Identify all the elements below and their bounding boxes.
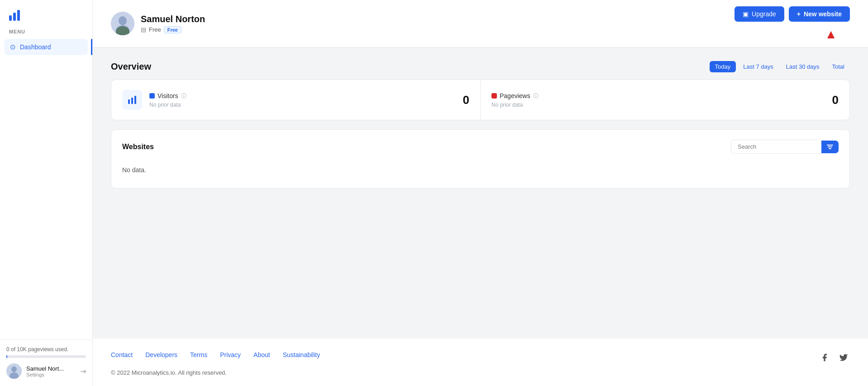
footer-social [818, 351, 850, 364]
stat-label-row-visitors: Visitors ⓘ [149, 92, 456, 100]
stat-card-visitors: Visitors ⓘ No prior data 0 [111, 80, 481, 120]
chart-bar-icon [127, 95, 137, 105]
user-row[interactable]: Samuel Nort... Settings ⇥ [6, 363, 86, 379]
pageviews-value: 0 [832, 93, 839, 107]
user-name: Samuel Nort... [26, 365, 76, 372]
content: Overview Today Last 7 days Last 30 days … [93, 47, 868, 339]
stats-row: Visitors ⓘ No prior data 0 Pageviews ⓘ N… [111, 80, 850, 120]
plus-icon: + [797, 10, 801, 18]
footer-top: Contact Developers Terms Privacy About S… [111, 351, 850, 364]
sidebar-item-wrap-dashboard: ⊙ Dashboard [5, 39, 88, 55]
free-badge: Free [164, 26, 181, 33]
visitors-info-icon[interactable]: ⓘ [181, 92, 186, 100]
search-button[interactable] [821, 141, 839, 153]
visitors-dot [149, 93, 155, 99]
time-filters: Today Last 7 days Last 30 days Total [710, 61, 850, 72]
footer-link-privacy[interactable]: Privacy [220, 351, 241, 358]
plan-label: Free [149, 26, 161, 33]
header-buttons: ▣ Upgrade + New website [734, 6, 850, 22]
overview-header: Overview Today Last 7 days Last 30 days … [111, 61, 850, 72]
header: Samuel Norton ▤ Free Free ▣ Upgrade + Ne… [93, 0, 868, 47]
sidebar-bottom: 0 of 10K pageviews used. Samuel Nort... … [0, 339, 92, 386]
header-user-info: Samuel Norton ▤ Free Free [141, 14, 205, 33]
stat-card-pageviews: Pageviews ⓘ No prior data 0 [481, 80, 849, 120]
svg-rect-9 [134, 96, 136, 104]
stat-icon-wrap-visitors [122, 90, 142, 110]
svg-point-4 [119, 16, 127, 25]
footer-link-about[interactable]: About [253, 351, 270, 358]
sidebar-nav: ⊙ Dashboard [0, 37, 92, 339]
logo-bar-2 [13, 13, 16, 21]
sidebar-item-dashboard[interactable]: ⊙ Dashboard [5, 39, 88, 55]
header-user: Samuel Norton ▤ Free Free [111, 12, 205, 35]
time-filter-total[interactable]: Total [827, 61, 850, 72]
arrow-indicator: ▲ [825, 28, 850, 41]
websites-card: Websites No data. [111, 129, 850, 188]
dashboard-icon: ⊙ [10, 43, 16, 51]
pageviews-label: 0 of 10K pageviews used. [6, 346, 86, 353]
pageviews-dot [491, 93, 497, 99]
footer-link-sustainability[interactable]: Sustainability [283, 351, 320, 358]
main: Samuel Norton ▤ Free Free ▣ Upgrade + Ne… [93, 0, 868, 386]
footer-link-terms[interactable]: Terms [190, 351, 207, 358]
header-avatar [111, 12, 134, 35]
footer-copyright: © 2022 Microanalytics.io. All rights res… [111, 369, 850, 376]
upgrade-label: Upgrade [752, 10, 776, 18]
active-indicator [91, 39, 92, 55]
websites-header: Websites [122, 140, 839, 154]
pageviews-sublabel: No prior data [491, 102, 825, 108]
visitors-label: Visitors [157, 92, 178, 99]
search-input[interactable] [731, 140, 821, 154]
svg-rect-7 [128, 99, 130, 104]
svg-rect-8 [131, 98, 133, 104]
upgrade-icon: ▣ [743, 10, 749, 18]
visitors-value: 0 [463, 93, 469, 107]
facebook-icon[interactable] [818, 351, 831, 364]
time-filter-7days[interactable]: Last 7 days [738, 61, 779, 72]
pageviews-bar-fill [6, 355, 7, 358]
logo-bar-1 [9, 15, 12, 21]
stat-info-pageviews: Pageviews ⓘ No prior data [491, 92, 825, 108]
sidebar-menu-label: MENU [0, 25, 92, 37]
user-info: Samuel Nort... Settings [26, 365, 76, 377]
sidebar-item-label-dashboard: Dashboard [20, 43, 51, 51]
visitors-sublabel: No prior data [149, 102, 456, 108]
user-settings-label: Settings [26, 372, 76, 377]
header-actions: ▣ Upgrade + New website ▲ [734, 6, 850, 41]
pageviews-label: Pageviews [500, 92, 530, 99]
logo-area [0, 0, 92, 25]
avatar [6, 363, 22, 379]
header-user-name: Samuel Norton [141, 14, 205, 24]
plan-icon: ▤ [141, 26, 146, 33]
logo-bar-3 [17, 10, 20, 21]
no-data-label: No data. [122, 162, 839, 178]
websites-title: Websites [122, 143, 154, 151]
time-filter-30days[interactable]: Last 30 days [781, 61, 825, 72]
footer-link-developers[interactable]: Developers [145, 351, 177, 358]
footer-link-contact[interactable]: Contact [111, 351, 133, 358]
new-website-button[interactable]: + New website [789, 6, 850, 22]
red-arrow-icon: ▲ [825, 28, 837, 41]
logo-icon [9, 8, 20, 21]
twitter-icon[interactable] [837, 351, 850, 364]
stat-label-row-pageviews: Pageviews ⓘ [491, 92, 825, 100]
pageviews-info-icon[interactable]: ⓘ [533, 92, 539, 100]
stat-info-visitors: Visitors ⓘ No prior data [149, 92, 456, 108]
pageviews-bar-bg [6, 355, 86, 358]
footer: Contact Developers Terms Privacy About S… [93, 339, 868, 386]
overview-title: Overview [111, 61, 151, 72]
new-website-label: New website [804, 10, 842, 18]
sidebar: MENU ⊙ Dashboard 0 of 10K pageviews used… [0, 0, 93, 386]
footer-links: Contact Developers Terms Privacy About S… [111, 351, 320, 358]
upgrade-button[interactable]: ▣ Upgrade [734, 6, 784, 22]
filter-icon [827, 144, 833, 150]
time-filter-today[interactable]: Today [710, 61, 736, 72]
search-wrap [731, 140, 839, 154]
header-plan: ▤ Free Free [141, 26, 205, 33]
svg-point-1 [11, 367, 17, 372]
logout-icon[interactable]: ⇥ [80, 367, 86, 376]
